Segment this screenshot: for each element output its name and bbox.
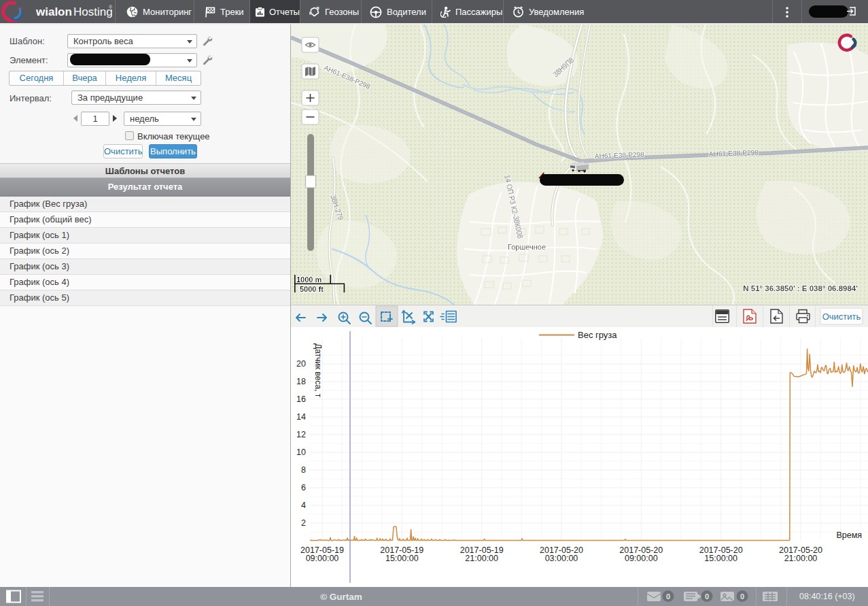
svg-text:12: 12 xyxy=(296,430,306,439)
svg-text:0: 0 xyxy=(705,592,709,601)
svg-text:4: 4 xyxy=(301,501,306,510)
svg-text:wialon: wialon xyxy=(35,5,72,18)
svg-text:09:00:00: 09:00:00 xyxy=(306,554,339,563)
svg-text:14: 14 xyxy=(296,412,306,422)
svg-text:© Gurtam: © Gurtam xyxy=(320,592,362,602)
svg-text:N 51° 36.3850' : E 038° 06.898: N 51° 36.3850' : E 038° 06.8984' xyxy=(743,284,858,292)
svg-text:Hosting: Hosting xyxy=(73,5,113,18)
svg-text:®: ® xyxy=(109,5,113,10)
svg-text:Горшечное: Горшечное xyxy=(508,243,546,251)
svg-text:20: 20 xyxy=(296,359,306,369)
svg-text:21:00:00: 21:00:00 xyxy=(465,554,498,563)
svg-text:16: 16 xyxy=(296,394,306,404)
svg-text:0: 0 xyxy=(740,592,744,601)
svg-text:2: 2 xyxy=(301,518,306,528)
svg-text:0: 0 xyxy=(666,592,670,601)
svg-text:09:00:00: 09:00:00 xyxy=(625,554,658,563)
svg-text:21:00:00: 21:00:00 xyxy=(784,554,818,563)
svg-text:03:00:00: 03:00:00 xyxy=(545,554,578,563)
svg-text:15:00:00: 15:00:00 xyxy=(704,554,737,563)
svg-text:6: 6 xyxy=(301,483,306,492)
svg-text:08:40:16 (+03): 08:40:16 (+03) xyxy=(799,592,855,601)
svg-text:15:00:00: 15:00:00 xyxy=(385,554,419,563)
svg-text:18: 18 xyxy=(296,377,306,386)
svg-text:Вес груза: Вес груза xyxy=(578,330,617,340)
svg-text:5000 ft: 5000 ft xyxy=(300,285,324,293)
svg-text:Время: Время xyxy=(836,531,862,540)
svg-text:8: 8 xyxy=(301,465,306,475)
svg-text:10: 10 xyxy=(296,448,306,457)
svg-text:1000 m: 1000 m xyxy=(296,275,322,284)
svg-text:Датчик веса, т: Датчик веса, т xyxy=(313,343,323,398)
svg-text:Очистить: Очистить xyxy=(822,312,861,322)
